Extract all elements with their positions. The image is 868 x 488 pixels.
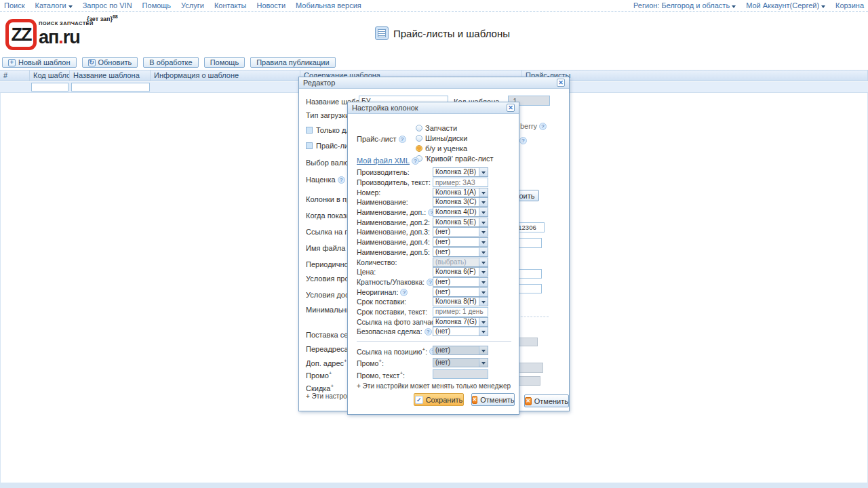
column-mapping-row: Кратность/Упаковка:?(нет): [357, 277, 513, 287]
toolbar-button[interactable]: Правила публикации: [250, 57, 335, 68]
column-select-dropdown[interactable]: (нет): [433, 277, 488, 287]
column-mapping-row: Номер:Колонка 1(A): [357, 187, 513, 197]
checkbox[interactable]: [306, 127, 313, 134]
field-label-text: Промо: [306, 371, 329, 380]
column-mapping-row: Промо, текст+:: [357, 369, 513, 381]
help-icon[interactable]: ?: [539, 123, 547, 130]
pricelist-type-label: Прайс-лист?: [357, 135, 406, 143]
row-label-colon: :: [382, 359, 384, 367]
cancel-label: Отменить: [480, 396, 514, 404]
nav-link[interactable]: Корзина: [835, 1, 864, 9]
column-select-dropdown[interactable]: Колонка 7(G): [433, 317, 488, 327]
column-select-dropdown[interactable]: (нет): [433, 358, 488, 367]
radio-option[interactable]: Запчасти: [416, 123, 457, 133]
checkbox[interactable]: [306, 142, 313, 149]
editor-dialog-titlebar[interactable]: Редактор ✕: [299, 77, 569, 89]
toolbar-button[interactable]: +Новый шаблон: [2, 57, 77, 68]
column-header[interactable]: Название шаблона: [70, 70, 151, 81]
toolbar-button[interactable]: ↻Обновить: [82, 57, 138, 68]
logo-zz-text: ZZ: [12, 24, 31, 45]
toolbar-button[interactable]: Помощь: [204, 57, 245, 68]
nav-links-left: ПоискКаталогиЗапрос по VINПомощьУслугиКо…: [4, 1, 372, 9]
nav-link[interactable]: Новости: [256, 1, 285, 9]
nav-link[interactable]: Помощь: [142, 1, 172, 9]
save-label: Сохранить: [426, 396, 463, 404]
nav-link[interactable]: Каталоги: [35, 1, 72, 9]
column-mapping-row: Безопасная сделка:?(нет): [357, 327, 513, 337]
row-label-text: Неоригинал:: [357, 288, 398, 296]
save-check-icon: ✓: [415, 396, 423, 404]
nav-link[interactable]: Регион: Белгород и область: [633, 1, 736, 9]
help-icon[interactable]: ?: [399, 136, 406, 143]
column-text-input[interactable]: [433, 178, 488, 187]
help-icon[interactable]: ?: [412, 157, 419, 165]
toolbar-button-label: Новый шаблон: [18, 58, 71, 66]
help-icon[interactable]: ?: [338, 176, 345, 184]
help-icon[interactable]: ?: [519, 137, 527, 144]
radio-selected-icon: [416, 145, 422, 152]
nav-links-right: Регион: Белгород и областьМой Аккаунт(Се…: [623, 1, 864, 9]
sale-terms-input-partial[interactable]: [519, 269, 542, 279]
column-select-dropdown[interactable]: Колонка 3(C): [433, 197, 488, 207]
radio-label: Шины/диски: [425, 134, 467, 142]
column-select-dropdown[interactable]: Колонка 5(E): [433, 218, 488, 227]
column-header[interactable]: Прайс-листы: [522, 70, 868, 81]
column-select-dropdown[interactable]: (нет): [433, 327, 488, 336]
help-icon[interactable]: ?: [400, 289, 408, 296]
radio-option[interactable]: 'Кривой' прайс-лист: [416, 154, 494, 163]
radio-option[interactable]: Шины/диски: [416, 134, 467, 143]
nav-link[interactable]: Мобильная версия: [296, 1, 361, 9]
column-settings-titlebar[interactable]: Настройка колонок ✕: [348, 102, 519, 114]
column-settings-title: Настройка колонок: [352, 104, 418, 112]
cancel-button[interactable]: ✕Отменить: [471, 393, 515, 406]
column-select-dropdown: (выбрать): [433, 258, 488, 267]
column-select-dropdown[interactable]: (нет): [433, 247, 488, 257]
column-settings-close-icon[interactable]: ✕: [507, 104, 515, 112]
column-select-dropdown[interactable]: (нет): [433, 237, 488, 247]
editor-field-label: Промо+: [306, 370, 332, 380]
help-icon[interactable]: ?: [425, 328, 432, 336]
row-label: Номер:: [357, 188, 433, 197]
column-mapping-row: Наименование, доп.4:(нет): [357, 237, 513, 247]
column-mapping-row: Промо+:(нет): [357, 357, 513, 369]
editor-close-icon[interactable]: ✕: [557, 79, 565, 87]
filter-name-input[interactable]: [71, 83, 150, 92]
row-label: Наименование, доп.3:: [357, 228, 433, 236]
column-select-dropdown[interactable]: (нет): [433, 227, 488, 237]
nav-link[interactable]: Запрос по VIN: [83, 1, 132, 9]
filename-input-partial[interactable]: [519, 238, 542, 248]
nav-link[interactable]: Контакты: [214, 1, 247, 9]
column-header[interactable]: Код шаблона: [30, 70, 70, 81]
column-select-dropdown[interactable]: (нет): [433, 346, 488, 355]
xml-file-link-wrap: Мой файл XML?: [357, 157, 419, 165]
zzap-logo[interactable]: ZZ: [5, 19, 37, 50]
column-select-dropdown[interactable]: Колонка 4(D): [433, 207, 488, 217]
save-button[interactable]: ✓Сохранить: [414, 393, 464, 406]
column-header[interactable]: #: [0, 70, 30, 81]
column-header[interactable]: Информация о шаблоне: [151, 70, 300, 81]
column-select-dropdown[interactable]: Колонка 1(A): [433, 188, 488, 197]
nav-link[interactable]: Поиск: [4, 1, 24, 9]
toolbar-button-label: В обработке: [149, 58, 192, 66]
column-select-dropdown[interactable]: (нет): [433, 287, 488, 297]
help-icon[interactable]: ?: [428, 209, 433, 216]
column-select-dropdown[interactable]: Колонка 2(B): [433, 167, 488, 177]
column-select-dropdown[interactable]: Колонка 6(F): [433, 267, 488, 277]
nav-link[interactable]: Мой Аккаунт(Сергей): [746, 1, 825, 9]
filter-code-input[interactable]: [31, 83, 68, 92]
radio-option[interactable]: б/у и уценка: [416, 144, 467, 153]
delivery-terms-input-partial[interactable]: [519, 284, 542, 293]
chevron-down-icon: [68, 5, 73, 8]
column-select-dropdown[interactable]: Колонка 8(H): [433, 297, 488, 306]
my-xml-file-link[interactable]: Мой файл XML: [357, 157, 410, 165]
load-type-label-text: Тип загрузки: [306, 111, 349, 119]
nav-link[interactable]: Услуги: [181, 1, 204, 9]
disabled-field-partial: [519, 338, 538, 346]
editor-cancel-button[interactable]: ✕Отменить: [524, 394, 569, 407]
column-mapping-row: Производитель, текст:: [357, 178, 513, 188]
toolbar-button[interactable]: В обработке: [143, 57, 198, 68]
row-label-text: Ссылка на фото запчасти:: [357, 318, 433, 326]
row-label: Производитель, текст:: [357, 178, 433, 186]
help-icon[interactable]: ?: [427, 279, 433, 286]
column-text-input[interactable]: [433, 307, 488, 317]
